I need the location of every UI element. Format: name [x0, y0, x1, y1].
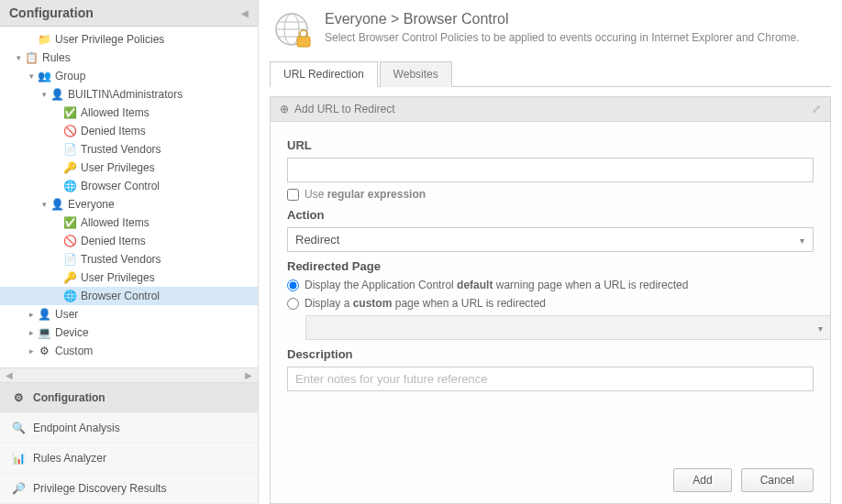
radio-custom-label: Display a custom page when a URL is redi… [305, 297, 546, 310]
tree-item[interactable]: 🌐Browser Control [0, 177, 258, 195]
users-icon: 👤 [50, 87, 64, 102]
tree-label: Trusted Vendors [81, 143, 161, 156]
tree-label: Denied Items [81, 235, 146, 247]
tree-item[interactable]: 📄Trusted Vendors [0, 250, 258, 268]
radio-default[interactable] [287, 279, 299, 291]
priv-icon: 🔑 [62, 160, 77, 175]
scroll-hint: ◀▶ [0, 367, 258, 382]
radio-custom-row[interactable]: Display a custom page when a URL is redi… [287, 297, 814, 310]
allow-icon: ✅ [62, 105, 77, 120]
deny-icon: 🚫 [62, 234, 77, 248]
tree-label: User Privilege Policies [55, 33, 164, 46]
regex-checkbox[interactable] [287, 189, 299, 201]
url-input[interactable] [287, 158, 814, 182]
tree-label: Denied Items [81, 125, 146, 137]
tree-label: Rules [42, 51, 71, 64]
vendor-icon: 📄 [62, 252, 77, 267]
nav-list: ⚙Configuration🔍Endpoint Analysis📊Rules A… [0, 382, 258, 504]
tree-item[interactable]: ▸⚙Custom [0, 342, 258, 360]
tree-label: Group [55, 70, 85, 82]
tree-toggle[interactable]: ▾ [26, 71, 37, 81]
tree-item[interactable]: ▸👤User [0, 305, 258, 323]
tree-item[interactable]: ▸💻Device [0, 323, 258, 342]
tree-item[interactable]: 📄Trusted Vendors [0, 140, 258, 159]
svg-rect-5 [297, 37, 310, 47]
add-icon: ⊕ [280, 103, 289, 115]
tree-item[interactable]: ✅Allowed Items [0, 214, 258, 232]
tree-toggle[interactable]: ▾ [39, 90, 50, 99]
tree-label: Custom [55, 345, 93, 357]
radio-custom[interactable] [287, 298, 299, 310]
tree-item[interactable]: 📁User Privilege Policies [0, 30, 258, 49]
tree-item[interactable]: ▾👥Group [0, 67, 258, 85]
tree-label: Everyone [68, 198, 115, 211]
users-icon: 👤 [50, 197, 64, 212]
folder-icon: 📁 [37, 32, 51, 47]
tree-item[interactable]: ▾👤BUILTIN\Administrators [0, 85, 258, 104]
custom-icon: ⚙ [37, 344, 51, 358]
panel-header: ⊕ Add URL to Redirect ⤢ [271, 97, 830, 122]
tree-toggle[interactable]: ▸ [26, 310, 37, 319]
tabs: URL RedirectionWebsites [270, 60, 831, 87]
redirected-label: Redirected Page [287, 259, 814, 273]
tab[interactable]: URL Redirection [270, 61, 378, 87]
tab[interactable]: Websites [380, 61, 452, 87]
radio-default-label: Display the Application Control default … [305, 279, 688, 291]
tree-label: Browser Control [81, 180, 160, 192]
sidebar-header: Configuration ◀ [0, 0, 258, 27]
add-button[interactable]: Add [673, 468, 731, 492]
button-row: Add Cancel [271, 461, 830, 503]
ranalyzer-icon: 📊 [11, 451, 26, 466]
nav-item[interactable]: 🔎Privilege Discovery Results [0, 474, 258, 504]
nav-label: Configuration [33, 391, 105, 404]
group-icon: 👥 [37, 69, 51, 83]
tree-item[interactable]: 🚫Denied Items [0, 232, 258, 250]
globe-lock-icon [273, 11, 314, 51]
custom-page-select [305, 315, 830, 340]
action-label: Action [287, 208, 814, 222]
priv-icon: 🔑 [62, 270, 77, 285]
discovery-icon: 🔎 [11, 481, 26, 496]
tree-label: Allowed Items [81, 216, 150, 229]
url-label: URL [287, 138, 814, 152]
action-select[interactable]: Redirect [287, 227, 814, 252]
main-header: Everyone > Browser Control Select Browse… [259, 0, 842, 60]
tree-item[interactable]: ▾👤Everyone [0, 195, 258, 214]
collapse-icon[interactable]: ◀ [241, 8, 249, 18]
description-label: Description [287, 347, 814, 361]
nav-label: Privilege Discovery Results [33, 482, 166, 495]
description-input[interactable] [287, 367, 814, 391]
nav-item[interactable]: 🔍Endpoint Analysis [0, 413, 258, 444]
regex-checkbox-row[interactable]: Use regular expression [287, 188, 814, 201]
expand-icon[interactable]: ⤢ [812, 103, 821, 115]
tree-label: User Privileges [81, 161, 155, 174]
tree-label: Trusted Vendors [81, 253, 161, 266]
nav-label: Rules Analyzer [33, 452, 106, 465]
radio-default-row[interactable]: Display the Application Control default … [287, 279, 814, 291]
tree-toggle[interactable]: ▾ [13, 53, 24, 62]
browser-icon: 🌐 [62, 289, 77, 303]
tree-item[interactable]: 🚫Denied Items [0, 122, 258, 140]
tree-toggle[interactable]: ▸ [26, 346, 37, 356]
tree-toggle[interactable]: ▸ [26, 328, 37, 337]
page-title: Everyone > Browser Control [325, 11, 827, 27]
deny-icon: 🚫 [62, 124, 77, 138]
user-icon: 👤 [37, 307, 51, 322]
tree-item[interactable]: ✅Allowed Items [0, 104, 258, 122]
tree-item[interactable]: ▾📋Rules [0, 49, 258, 67]
tree-item[interactable]: 🔑User Privileges [0, 268, 258, 287]
tree-item[interactable]: 🌐Browser Control [0, 287, 258, 305]
tree: 📁User Privilege Policies▾📋Rules▾👥Group▾👤… [0, 27, 258, 367]
nav-item[interactable]: 📊Rules Analyzer [0, 444, 258, 474]
sidebar-title: Configuration [9, 5, 94, 20]
analysis-icon: 🔍 [11, 421, 26, 435]
rules-icon: 📋 [24, 50, 39, 65]
nav-item[interactable]: ⚙Configuration [0, 383, 258, 413]
tree-toggle[interactable]: ▾ [39, 200, 50, 209]
nav-label: Endpoint Analysis [33, 422, 120, 434]
tree-item[interactable]: 🔑User Privileges [0, 159, 258, 177]
page-description: Select Browser Control Policies to be ap… [325, 31, 827, 44]
panel-title: Add URL to Redirect [294, 103, 395, 115]
cancel-button[interactable]: Cancel [741, 468, 814, 492]
tree-label: BUILTIN\Administrators [68, 88, 183, 101]
